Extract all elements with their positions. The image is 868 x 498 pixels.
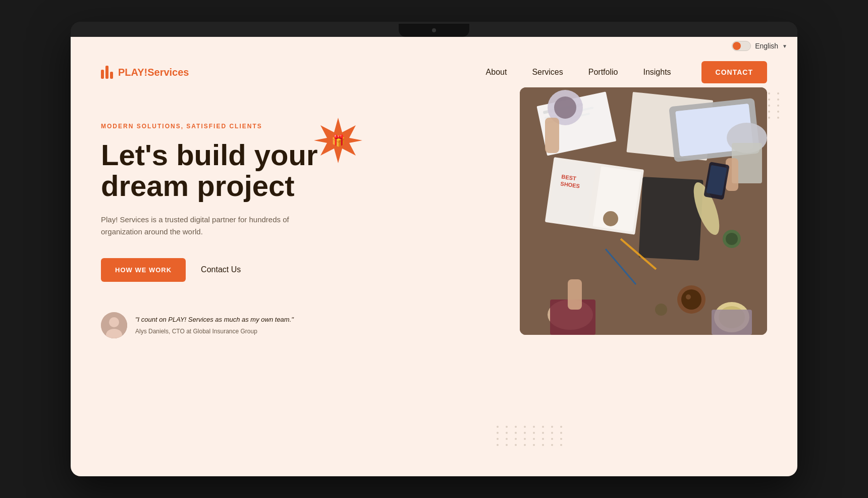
svg-rect-19: [638, 177, 703, 261]
office-table: BEST SHOES: [520, 87, 767, 335]
toggle-thumb: [733, 42, 741, 50]
hero-left: MODERN SOLUTIONS, SATISFIED CLIENTS Let'…: [101, 92, 394, 476]
logo-icon: [101, 66, 113, 79]
nav-links: About Services Portfolio Insights: [486, 68, 671, 77]
logo[interactable]: PLAY!Services: [101, 66, 189, 79]
hero-title-line2: dream project: [101, 169, 295, 202]
hero-title: Let's build your dream project: [101, 140, 394, 202]
svg-point-22: [686, 294, 691, 300]
svg-rect-15: [548, 160, 596, 226]
toggle-switch[interactable]: [732, 41, 751, 51]
camera-dot: [432, 28, 436, 32]
svg-rect-27: [545, 118, 559, 153]
contact-button[interactable]: CONTACT: [701, 61, 767, 83]
svg-point-3: [109, 317, 119, 327]
top-bar: [71, 22, 797, 37]
svg-point-41: [655, 304, 667, 316]
nav-link-about[interactable]: About: [486, 68, 507, 77]
how-we-work-button[interactable]: HOW WE WORK: [101, 258, 186, 282]
nav-link-insights[interactable]: Insights: [643, 68, 671, 77]
hero-tagline: MODERN SOLUTIONS, SATISFIED CLIENTS: [101, 123, 394, 130]
office-scene-svg: BEST SHOES: [520, 87, 767, 335]
logo-bar-3: [110, 72, 113, 79]
contact-us-link[interactable]: Contact Us: [201, 265, 241, 274]
svg-point-26: [554, 96, 576, 119]
hero-buttons: HOW WE WORK Contact Us: [101, 258, 394, 282]
svg-rect-36: [712, 310, 752, 335]
logo-bar-1: [101, 70, 104, 79]
testimonial-avatar: [101, 312, 127, 338]
camera-notch: [399, 24, 469, 37]
testimonial-author: Alys Daniels, CTO at Global Insurance Gr…: [135, 327, 294, 336]
browser-content: English ▼ PLAY!Services About Services P…: [71, 37, 797, 476]
hero-image: BEST SHOES: [520, 87, 767, 335]
hero-title-line1: Let's build your: [101, 138, 317, 171]
screen-frame: English ▼ PLAY!Services About Services P…: [71, 22, 797, 476]
svg-rect-33: [568, 279, 582, 310]
hero-description: Play! Services is a trusted digital part…: [101, 214, 313, 238]
avatar-image: [101, 312, 127, 338]
language-label[interactable]: English: [755, 42, 778, 50]
svg-point-21: [681, 289, 701, 310]
nav-link-portfolio[interactable]: Portfolio: [588, 68, 618, 77]
testimonial-quote: "I count on PLAY! Services as much as my…: [135, 315, 294, 325]
language-arrow: ▼: [782, 43, 787, 49]
testimonial: "I count on PLAY! Services as much as my…: [101, 312, 394, 338]
svg-point-40: [603, 211, 618, 226]
navigation: PLAY!Services About Services Portfolio I…: [71, 52, 797, 92]
logo-bar-2: [105, 66, 108, 79]
nav-link-services[interactable]: Services: [532, 68, 563, 77]
logo-play: PLAY!: [118, 67, 147, 78]
logo-text: PLAY!Services: [118, 67, 189, 78]
logo-services: Services: [147, 67, 189, 78]
testimonial-text: "I count on PLAY! Services as much as my…: [135, 315, 294, 336]
dots-bottom-right: [497, 426, 565, 446]
svg-point-24: [726, 233, 738, 245]
